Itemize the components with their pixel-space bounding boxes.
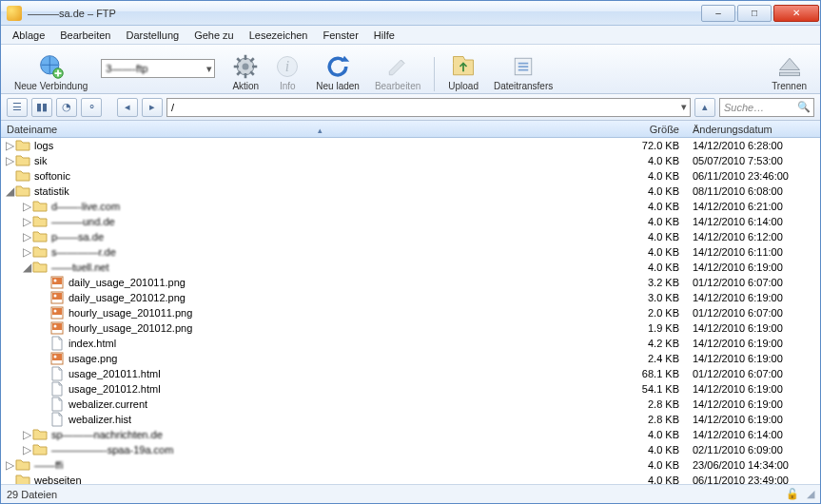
column-size[interactable]: Größe (635, 124, 687, 135)
svg-line-11 (251, 58, 255, 62)
clock-icon: ◔ (62, 101, 71, 113)
nav-back-button[interactable]: ◂ (117, 98, 138, 117)
new-connection-label: Neue Verbindung (14, 81, 88, 91)
new-connection-button[interactable]: Neue Verbindung (7, 53, 95, 91)
item-size: 1.9 KB (635, 322, 687, 334)
expander-closed-icon[interactable]: ▷ (22, 443, 31, 456)
close-button[interactable]: ✕ (773, 5, 819, 22)
view-bookmarks-button[interactable]: ▮▮ (31, 98, 52, 117)
aktion-label: Aktion (232, 81, 259, 91)
list-item[interactable]: webalizer.current2.8 KB14/12/2010 6:19:0… (1, 397, 820, 412)
resize-grip-icon[interactable]: ◢ (807, 488, 814, 500)
nav-forward-button[interactable]: ▸ (142, 98, 163, 117)
list-item[interactable]: hourly_usage_201011.png2.0 KB01/12/2010 … (1, 305, 820, 320)
item-date: 14/12/2010 6:19:00 (687, 262, 820, 273)
menu-gehezu[interactable]: Gehe zu (186, 28, 242, 43)
item-date: 01/12/2010 6:07:00 (687, 307, 820, 319)
info-icon: i (274, 53, 301, 80)
aktion-button[interactable]: Aktion (225, 53, 266, 91)
item-size: 3.0 KB (635, 292, 687, 303)
item-date: 08/11/2010 6:08:00 (687, 185, 820, 197)
svg-rect-29 (52, 354, 62, 360)
item-name: hourly_usage_201012.png (68, 322, 635, 334)
list-item[interactable]: daily_usage_201011.png3.2 KB01/12/2010 6… (1, 275, 820, 290)
expander-closed-icon[interactable]: ▷ (5, 458, 14, 472)
menu-darstellung[interactable]: Darstellung (118, 28, 186, 43)
list-item[interactable]: webseiten4.0 KB06/11/2010 23:49:00 (1, 473, 820, 484)
app-icon (7, 6, 22, 21)
expander-closed-icon[interactable]: ▷ (22, 200, 31, 213)
view-list-button[interactable]: ☰ (7, 98, 28, 117)
list-item[interactable]: hourly_usage_201012.png1.9 KB14/12/2010 … (1, 320, 820, 336)
item-date: 14/12/2010 6:28:00 (687, 140, 820, 151)
menu-bearbeiten[interactable]: Bearbeiten (52, 28, 118, 43)
item-name: index.html (68, 338, 635, 349)
transfers-button[interactable]: Dateitransfers (486, 53, 560, 91)
folder-icon (15, 139, 30, 152)
expander-open-icon[interactable]: ◢ (5, 184, 14, 198)
disconnect-button[interactable]: Trennen (764, 53, 814, 91)
upload-button[interactable]: Upload (440, 53, 486, 91)
expander-closed-icon[interactable]: ▷ (22, 245, 31, 259)
server-address-combo[interactable]: 3——-ftp ▾ (101, 59, 215, 78)
maximize-button[interactable]: □ (737, 5, 772, 22)
nav-up-button[interactable]: ▴ (694, 98, 715, 117)
svg-rect-17 (52, 278, 62, 284)
expander-closed-icon[interactable]: ▷ (22, 215, 31, 228)
list-item[interactable]: ▷—————-spaa-19a.com4.0 KB02/11/2010 6:09… (1, 442, 820, 457)
list-item[interactable]: ◢statistik4.0 KB08/11/2010 6:08:00 (1, 184, 820, 199)
list-item[interactable]: ▷p——sa.de4.0 KB14/12/2010 6:12:00 (1, 229, 820, 244)
reload-button[interactable]: Neu laden (308, 53, 367, 91)
info-button[interactable]: i Info (266, 53, 308, 91)
edit-button[interactable]: Bearbeiten (367, 53, 428, 91)
list-item[interactable]: ▷sik4.0 KB05/07/2010 7:53:00 (1, 153, 820, 168)
item-size: 4.0 KB (635, 475, 687, 484)
titlebar[interactable]: ———sa.de – FTP – □ ✕ (1, 1, 820, 26)
lock-open-icon: 🔓 (786, 488, 799, 500)
list-item[interactable]: ▷d——-live.com4.0 KB14/12/2010 6:21:00 (1, 199, 820, 214)
svg-point-3 (243, 64, 249, 70)
list-item[interactable]: daily_usage_201012.png3.0 KB14/12/2010 6… (1, 290, 820, 305)
column-name[interactable]: Dateiname ▴ (1, 124, 635, 135)
list-item[interactable]: index.html4.2 KB14/12/2010 6:19:00 (1, 336, 820, 351)
item-size: 4.0 KB (635, 170, 687, 182)
item-size: 4.0 KB (635, 185, 687, 197)
expander-closed-icon[interactable]: ▷ (5, 139, 14, 152)
path-combo[interactable]: / ▾ (166, 98, 691, 117)
folder-icon (15, 458, 30, 472)
item-date: 14/12/2010 6:14:00 (687, 216, 820, 227)
svg-line-8 (238, 58, 242, 62)
menu-ablage[interactable]: Ablage (5, 28, 52, 43)
menu-hilfe[interactable]: Hilfe (366, 28, 402, 43)
list-item[interactable]: ▷logs72.0 KB14/12/2010 6:28:00 (1, 138, 820, 153)
list-item[interactable]: softonic4.0 KB06/11/2010 23:46:00 (1, 168, 820, 184)
expander-closed-icon[interactable]: ▷ (22, 230, 31, 243)
expander-closed-icon[interactable]: ▷ (22, 428, 31, 441)
svg-rect-15 (779, 72, 799, 76)
list-item[interactable]: usage_201011.html68.1 KB01/12/2010 6:07:… (1, 366, 820, 381)
item-date: 14/12/2010 6:11:00 (687, 246, 820, 258)
list-item[interactable]: ▷——ffi4.0 KB23/06/2010 14:34:00 (1, 457, 820, 473)
file-listing[interactable]: ▷logs72.0 KB14/12/2010 6:28:00▷sik4.0 KB… (1, 138, 820, 484)
item-name: webseiten (34, 475, 635, 484)
menu-lesezeichen[interactable]: Lesezeichen (242, 28, 316, 43)
search-input[interactable]: Suche… 🔍 (719, 98, 814, 117)
file-icon (49, 382, 65, 396)
list-item[interactable]: ▷———und.de4.0 KB14/12/2010 6:14:00 (1, 214, 820, 229)
item-date: 14/12/2010 6:19:00 (687, 414, 820, 425)
item-date: 14/12/2010 6:14:00 (687, 429, 820, 440)
list-item[interactable]: ◢——tuell.net4.0 KB14/12/2010 6:19:00 (1, 260, 820, 275)
minimize-button[interactable]: – (701, 5, 735, 22)
list-item[interactable]: ▷sp———nachrichten.de4.0 KB14/12/2010 6:1… (1, 427, 820, 442)
expander-closed-icon[interactable]: ▷ (5, 154, 14, 167)
column-date[interactable]: Änderungsdatum (687, 124, 820, 135)
list-item[interactable]: webalizer.hist2.8 KB14/12/2010 6:19:00 (1, 412, 820, 427)
list-item[interactable]: usage.png2.4 KB14/12/2010 6:19:00 (1, 351, 820, 366)
view-bonjour-button[interactable]: ⚬ (81, 98, 102, 117)
expander-open-icon[interactable]: ◢ (22, 261, 31, 274)
view-history-button[interactable]: ◔ (56, 98, 77, 117)
list-item[interactable]: usage_201012.html54.1 KB14/12/2010 6:19:… (1, 381, 820, 397)
menu-fenster[interactable]: Fenster (316, 28, 366, 43)
list-item[interactable]: ▷s————r.de4.0 KB14/12/2010 6:11:00 (1, 244, 820, 260)
item-size: 4.0 KB (635, 246, 687, 258)
